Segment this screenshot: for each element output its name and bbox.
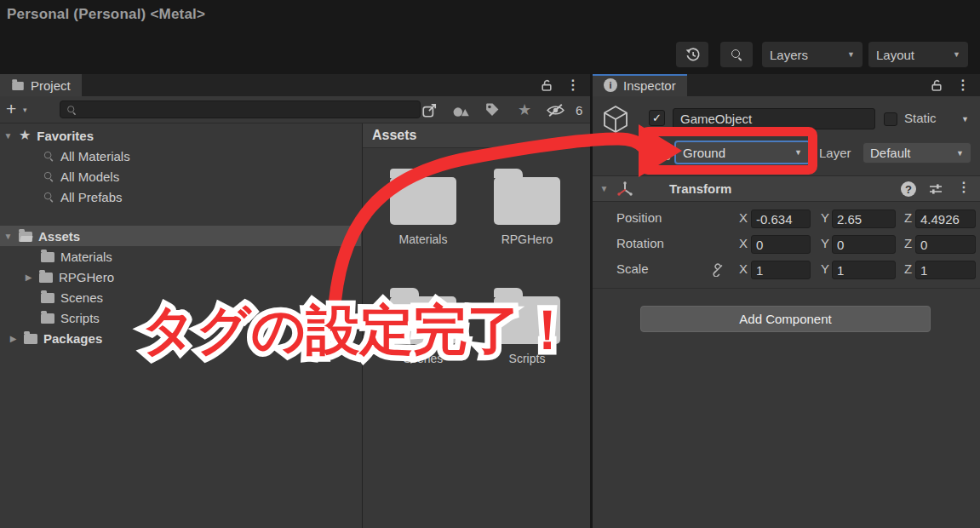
project-tree: ▼ ★ Favorites All Materials All Models A… [0,125,361,348]
unity-editor: Personal (Personal) <Metal> Layers ▼ Lay… [0,0,980,528]
rotation-y-field[interactable]: 0 [832,235,896,254]
tag-icon [484,102,500,118]
tab-project[interactable]: Project [0,74,82,96]
star-icon: ★ [19,129,31,142]
folder-open-icon [19,232,32,242]
inspector-panel: i Inspector ⋮ ✓ GameObject Static ▼ Ta [593,74,980,528]
tree-item-assets[interactable]: ▼ Assets [0,226,361,246]
star-icon: ★ [518,100,531,119]
chevron-down-icon: ▾ [23,106,27,114]
window-title: Personal (Personal) <Metal> [7,6,205,23]
project-tab-bar: Project ⋮ [0,74,590,96]
folder-icon [41,313,54,324]
history-button[interactable] [676,42,708,67]
folder-icon [41,252,54,262]
tree-item-all-prefabs[interactable]: All Prefabs [0,187,361,207]
position-z-field[interactable]: 4.4926 [915,209,976,228]
cube-icon [599,103,632,135]
asset-tile-scripts[interactable]: Scripts [488,285,566,365]
tree-item-favorites[interactable]: ▼ ★ Favorites [0,125,361,146]
search-icon [43,171,54,181]
tag-label: Tag [650,146,671,160]
rotation-row: Rotation X 0 Y 0 Z 0 [593,234,980,255]
open-search-window-button[interactable] [421,100,438,120]
static-dropdown-caret-icon[interactable]: ▼ [961,115,969,123]
hidden-items-count: 6 [576,100,582,120]
transform-title: Transform [669,181,731,196]
eye-off-icon [546,103,565,118]
search-icon [731,49,742,60]
chevron-down-icon: ▼ [847,50,855,59]
tree-item-scripts[interactable]: Scripts [0,307,361,328]
global-search-button[interactable] [720,42,753,67]
add-component-button[interactable]: Add Component [640,306,931,332]
project-search-input[interactable] [60,100,421,118]
layer-dropdown[interactable]: Default ▼ [863,142,971,164]
folder-icon [390,296,456,344]
transform-tool-icon [615,180,635,200]
hidden-items-toggle[interactable] [546,100,565,120]
search-icon [43,192,54,202]
scale-z-field[interactable]: 1 [915,261,976,279]
foldout-open-icon[interactable]: ▼ [3,232,13,241]
folder-icon [39,273,53,283]
foldout-closed-icon[interactable]: ▶ [9,334,18,343]
tab-project-label: Project [31,78,71,93]
menu-kebab-icon[interactable]: ⋮ [956,78,970,92]
chevron-down-icon: ▼ [794,148,802,157]
scale-x-field[interactable]: 1 [751,261,811,279]
unlock-icon[interactable] [930,78,943,92]
broken-link-icon[interactable] [710,262,725,277]
layout-dropdown-label: Layout [876,48,914,62]
layers-dropdown-label: Layers [770,48,808,62]
info-icon: i [604,78,617,92]
tree-item-all-models[interactable]: All Models [0,166,361,187]
save-search-button[interactable]: ★ [518,100,531,120]
scale-row: Scale X 1 Y 1 Z 1 [593,260,980,280]
scale-y-field[interactable]: 1 [832,261,896,279]
help-icon[interactable]: ? [901,181,916,197]
unlock-icon[interactable] [540,78,553,92]
asset-tile-materials[interactable]: Materials [384,166,462,246]
presets-icon[interactable] [928,182,943,196]
static-label: Static [904,111,937,125]
position-row: Position X -0.634 Y 2.65 Z 4.4926 [593,209,980,229]
folder-icon [24,334,37,344]
foldout-open-icon[interactable]: ▼ [3,131,13,141]
foldout-closed-icon[interactable]: ▶ [24,273,33,282]
asset-tile-scenes[interactable]: Scenes [384,285,462,365]
tree-item-materials[interactable]: Materials [0,246,361,267]
search-by-type-button[interactable] [452,100,470,120]
rotation-x-field[interactable]: 0 [751,235,811,254]
check-icon: ✓ [652,112,662,124]
tab-inspector[interactable]: i Inspector [593,74,687,96]
position-y-field[interactable]: 2.65 [832,209,896,228]
search-icon [43,151,54,161]
foldout-open-icon[interactable]: ▼ [599,184,609,193]
active-checkbox[interactable]: ✓ [649,110,665,126]
tree-item-rpghero[interactable]: ▶ RPGHero [0,267,361,287]
search-by-label-button[interactable] [484,100,500,120]
layout-dropdown[interactable]: Layout ▼ [868,42,968,67]
tag-dropdown[interactable]: Ground ▼ [674,141,811,164]
rotation-z-field[interactable]: 0 [915,235,976,254]
project-panel: Project ⋮ + ▾ [0,74,590,528]
open-new-window-icon [421,102,438,118]
static-checkbox[interactable] [884,112,897,126]
search-icon [66,105,76,114]
transform-component-header[interactable]: ▼ Transform ? ⋮ [593,175,980,202]
tab-inspector-label: Inspector [623,78,676,93]
position-x-field[interactable]: -0.634 [751,209,811,228]
menu-kebab-icon[interactable]: ⋮ [957,181,971,194]
history-clock-icon [685,47,701,63]
tree-item-packages[interactable]: ▶ Packages [0,328,361,348]
tree-item-all-materials[interactable]: All Materials [0,146,361,166]
gameobject-name-field[interactable]: GameObject [673,108,875,129]
layers-dropdown[interactable]: Layers ▼ [762,42,863,67]
folder-icon [390,177,456,225]
tree-item-scenes[interactable]: Scenes [0,287,361,307]
create-add-button[interactable]: + [6,99,16,119]
folder-icon [494,177,560,225]
menu-kebab-icon[interactable]: ⋮ [566,78,580,92]
asset-tile-rpghero[interactable]: RPGHero [488,166,566,246]
